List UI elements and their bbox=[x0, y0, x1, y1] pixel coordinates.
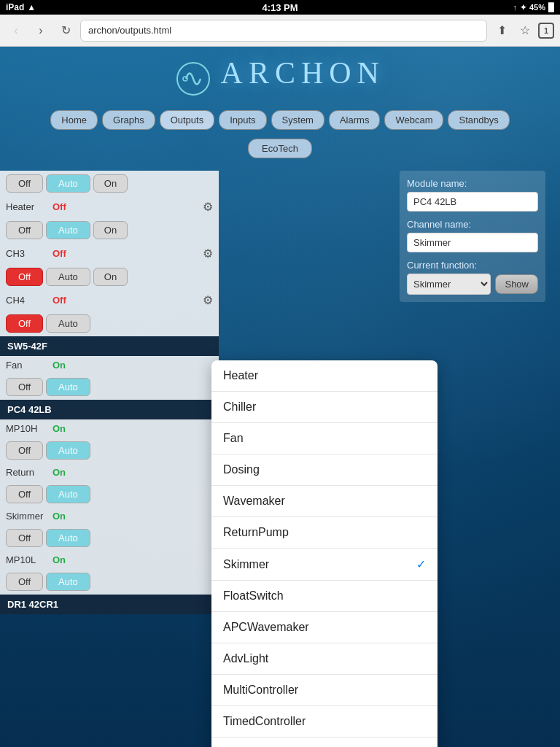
ch4-label: CH4 bbox=[6, 295, 50, 306]
off-btn-2[interactable]: Off bbox=[6, 268, 43, 286]
dropdown-item-returnpump[interactable]: ReturnPump bbox=[211, 517, 438, 549]
status-left: iPad ▲ bbox=[6, 2, 36, 12]
tab-count[interactable]: 1 bbox=[538, 23, 554, 39]
control-row-1: Off Auto On bbox=[0, 217, 219, 243]
on-btn-2[interactable]: On bbox=[93, 268, 128, 286]
control-row-skimmer: Off Auto bbox=[0, 525, 219, 551]
auto-btn-0[interactable]: Auto bbox=[46, 174, 90, 193]
reload-button[interactable]: ↻ bbox=[55, 20, 76, 41]
mp10l-label: MP10L bbox=[6, 554, 50, 565]
nav-outputs[interactable]: Outputs bbox=[160, 110, 215, 130]
skimmer-label: Skimmer bbox=[6, 511, 50, 522]
off-btn-0[interactable]: Off bbox=[6, 174, 43, 193]
dropdown-item-wavemaker[interactable]: Wavemaker bbox=[211, 486, 438, 517]
browser-actions: ⬆ ☆ 1 bbox=[491, 20, 554, 41]
dropdown-item-heater[interactable]: Heater bbox=[211, 360, 438, 392]
nav-system[interactable]: System bbox=[271, 110, 324, 130]
return-label: Return bbox=[6, 467, 50, 478]
forward-button[interactable]: › bbox=[31, 20, 51, 41]
function-row: Skimmer Show bbox=[407, 274, 538, 295]
off-btn-3[interactable]: Off bbox=[6, 314, 43, 333]
dropdown-item-advlight[interactable]: AdvLight bbox=[211, 643, 438, 675]
off-btn-mp10l[interactable]: Off bbox=[6, 573, 43, 591]
skimmer-row: Skimmer On bbox=[0, 507, 219, 525]
function-label: Current function: bbox=[407, 260, 538, 271]
dropdown-item-timedcontroller[interactable]: TimedController bbox=[211, 706, 438, 738]
main-content: ARCHON Home Graphs Outputs Inputs System… bbox=[0, 47, 560, 747]
dropdown-label-timedcontroller: TimedController bbox=[223, 715, 306, 728]
ch3-row: CH3 Off ⚙ bbox=[0, 243, 219, 264]
nav-webcam[interactable]: Webcam bbox=[384, 110, 443, 130]
return-status: On bbox=[52, 467, 66, 478]
on-btn-0[interactable]: On bbox=[93, 174, 128, 193]
browser-chrome: ‹ › ↻ archon/outputs.html ⬆ ☆ 1 bbox=[0, 15, 560, 47]
sw5-header: SW5-42F bbox=[0, 336, 219, 356]
dropdown-label-skimmer: Skimmer bbox=[223, 558, 269, 571]
ch4-gear-icon[interactable]: ⚙ bbox=[203, 293, 213, 307]
auto-btn-skimmer[interactable]: Auto bbox=[46, 529, 90, 547]
ch4-row: CH4 Off ⚙ bbox=[0, 290, 219, 311]
auto-btn-mp10l[interactable]: Auto bbox=[46, 573, 90, 591]
logo-area: ARCHON bbox=[0, 47, 560, 106]
function-select[interactable]: Skimmer bbox=[407, 274, 491, 295]
control-row-mp10l: Off Auto bbox=[0, 569, 219, 595]
dropdown-item-multicontroller[interactable]: MultiController bbox=[211, 675, 438, 706]
auto-btn-2[interactable]: Auto bbox=[46, 268, 90, 286]
module-input[interactable] bbox=[407, 192, 538, 212]
nav-alarms[interactable]: Alarms bbox=[329, 110, 380, 130]
status-bar: iPad ▲ 4:13 PM ↑ ✦ 45% ▉ bbox=[0, 0, 560, 15]
url-text: archon/outputs.html bbox=[88, 25, 171, 36]
dropdown-item-fan[interactable]: Fan bbox=[211, 423, 438, 454]
dropdown-label-dosing: Dosing bbox=[223, 463, 260, 476]
status-right: ↑ ✦ 45% ▉ bbox=[513, 3, 554, 12]
ch3-label: CH3 bbox=[6, 248, 50, 259]
share-button[interactable]: ⬆ bbox=[491, 20, 512, 41]
off-btn-skimmer[interactable]: Off bbox=[6, 529, 43, 547]
off-btn-fan[interactable]: Off bbox=[6, 378, 43, 396]
off-btn-mp10h[interactable]: Off bbox=[6, 441, 43, 460]
dropdown-item-apcwavemaker[interactable]: APCWavemaker bbox=[211, 612, 438, 643]
heater-gear-icon[interactable]: ⚙ bbox=[203, 200, 213, 214]
dropdown-label-returnpump: ReturnPump bbox=[223, 526, 289, 539]
channel-input[interactable] bbox=[407, 233, 538, 252]
nav-inputs[interactable]: Inputs bbox=[219, 110, 266, 130]
nav-ecotech[interactable]: EcoTech bbox=[248, 139, 312, 158]
auto-btn-fan[interactable]: Auto bbox=[46, 378, 90, 396]
dropdown-item-chiller[interactable]: Chiller bbox=[211, 392, 438, 423]
skimmer-status: On bbox=[52, 511, 66, 522]
dropdown-label-floatswitch: FloatSwitch bbox=[223, 589, 284, 603]
nav-graphs[interactable]: Graphs bbox=[102, 110, 155, 130]
dropdown-label-chiller: Chiller bbox=[223, 400, 256, 414]
archon-logo-icon bbox=[175, 61, 211, 97]
fan-label: Fan bbox=[6, 360, 50, 371]
control-row-return: Off Auto bbox=[0, 481, 219, 507]
off-btn-1[interactable]: Off bbox=[6, 221, 43, 239]
url-bar[interactable]: archon/outputs.html bbox=[80, 20, 487, 42]
auto-btn-return[interactable]: Auto bbox=[46, 485, 90, 503]
ch3-gear-icon[interactable]: ⚙ bbox=[203, 247, 213, 260]
mp10h-row: MP10H On bbox=[0, 419, 219, 438]
control-row-mp10h: Off Auto bbox=[0, 438, 219, 463]
auto-btn-mp10h[interactable]: Auto bbox=[46, 441, 90, 460]
show-button[interactable]: Show bbox=[495, 274, 538, 294]
dropdown-item-floatswitch[interactable]: FloatSwitch bbox=[211, 581, 438, 612]
battery-icon: ▉ bbox=[548, 3, 554, 12]
back-button[interactable]: ‹ bbox=[6, 20, 26, 41]
on-btn-1[interactable]: On bbox=[93, 221, 128, 239]
dropdown-item-skimmer[interactable]: Skimmer ✓ bbox=[211, 549, 438, 581]
auto-btn-1[interactable]: Auto bbox=[46, 221, 90, 239]
nav-home[interactable]: Home bbox=[50, 110, 98, 130]
control-row-2: Off Auto On bbox=[0, 264, 219, 290]
dropdown-label-heater: Heater bbox=[223, 369, 258, 382]
mp10l-row: MP10L On bbox=[0, 551, 219, 569]
dropdown-label-wavemaker: Wavemaker bbox=[223, 495, 285, 508]
nav-standbys[interactable]: Standbys bbox=[448, 110, 509, 130]
off-btn-return[interactable]: Off bbox=[6, 485, 43, 503]
auto-btn-3[interactable]: Auto bbox=[46, 314, 90, 333]
control-row-fan: Off Auto bbox=[0, 374, 219, 400]
bookmark-button[interactable]: ☆ bbox=[515, 20, 535, 41]
dropdown-item-mlc[interactable]: MLC bbox=[211, 738, 438, 747]
dropdown-label-multicontroller: MultiController bbox=[223, 684, 298, 697]
left-panel: Off Auto On Heater Off ⚙ Off Auto On CH3… bbox=[0, 171, 219, 614]
dropdown-item-dosing[interactable]: Dosing bbox=[211, 454, 438, 486]
